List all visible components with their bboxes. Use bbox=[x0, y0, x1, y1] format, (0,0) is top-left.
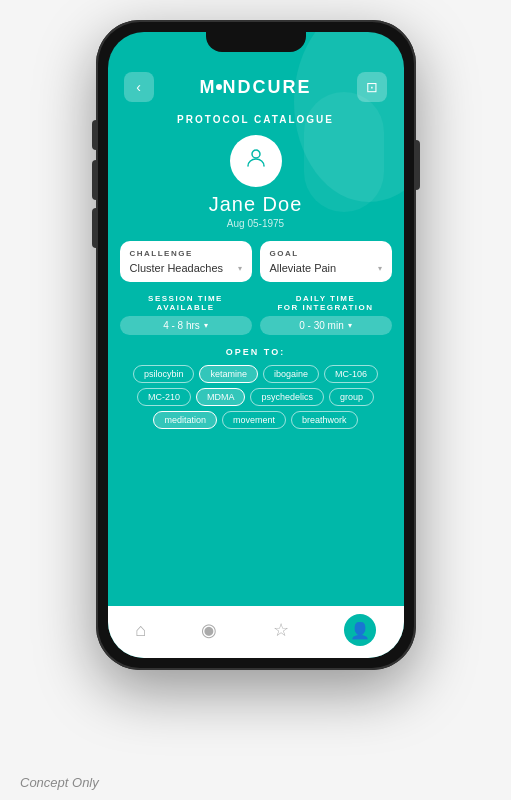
nav-item-profile[interactable]: 👤 bbox=[344, 614, 376, 646]
session-time-label: SESSION TIME AVAILABLE bbox=[148, 294, 223, 312]
section-label: PROTOCOL CATALOGUE bbox=[108, 114, 404, 125]
tag-psychedelics[interactable]: psychedelics bbox=[250, 388, 324, 406]
daily-time-label: DAILY TIME FOR INTEGRATION bbox=[277, 294, 373, 312]
bottom-nav: ⌂◉☆👤 bbox=[108, 606, 404, 658]
goal-card[interactable]: GOAL Alleviate Pain ▾ bbox=[260, 241, 392, 282]
tag-psilocybin[interactable]: psilocybin bbox=[133, 365, 195, 383]
phone-shell: ‹ MNDCURE ⊡ PROTOCOL CATALOGUE bbox=[96, 20, 416, 670]
tag-ketamine[interactable]: ketamine bbox=[199, 365, 258, 383]
challenge-value-row: Cluster Headaches ▾ bbox=[130, 262, 242, 274]
side-button-left-3 bbox=[92, 208, 96, 248]
concept-label: Concept Only bbox=[20, 775, 99, 790]
bookmark-icon: ⊡ bbox=[366, 79, 378, 95]
svg-point-0 bbox=[252, 150, 260, 158]
notch bbox=[206, 32, 306, 52]
back-icon: ‹ bbox=[136, 79, 141, 95]
nav-item-favorites[interactable]: ☆ bbox=[273, 619, 289, 641]
challenge-card[interactable]: CHALLENGE Cluster Headaches ▾ bbox=[120, 241, 252, 282]
side-button-left-2 bbox=[92, 160, 96, 200]
avatar bbox=[230, 135, 282, 187]
time-row: SESSION TIME AVAILABLE 4 - 8 hrs ▾ DAILY… bbox=[108, 294, 404, 335]
tags-container: psilocybinketamineibogaineMC-106MC-210MD… bbox=[108, 365, 404, 429]
daily-time-card: DAILY TIME FOR INTEGRATION 0 - 30 min ▾ bbox=[260, 294, 392, 335]
challenge-label: CHALLENGE bbox=[130, 249, 242, 258]
tag-MDMA[interactable]: MDMA bbox=[196, 388, 246, 406]
nav-icon-discover: ◉ bbox=[201, 619, 217, 641]
session-time-card: SESSION TIME AVAILABLE 4 - 8 hrs ▾ bbox=[120, 294, 252, 335]
tag-group[interactable]: group bbox=[329, 388, 374, 406]
screen: ‹ MNDCURE ⊡ PROTOCOL CATALOGUE bbox=[108, 32, 404, 658]
goal-chevron-icon: ▾ bbox=[378, 264, 382, 273]
profile-dob: Aug 05-1975 bbox=[227, 218, 284, 229]
bookmark-button[interactable]: ⊡ bbox=[357, 72, 387, 102]
nav-item-home[interactable]: ⌂ bbox=[135, 620, 146, 641]
tag-movement[interactable]: movement bbox=[222, 411, 286, 429]
back-button[interactable]: ‹ bbox=[124, 72, 154, 102]
daily-time-chevron-icon: ▾ bbox=[348, 321, 352, 330]
side-button-right bbox=[416, 140, 420, 190]
nav-icon-favorites: ☆ bbox=[273, 619, 289, 641]
tag-breathwork[interactable]: breathwork bbox=[291, 411, 358, 429]
challenge-value: Cluster Headaches bbox=[130, 262, 224, 274]
goal-value-row: Alleviate Pain ▾ bbox=[270, 262, 382, 274]
goal-label: GOAL bbox=[270, 249, 382, 258]
avatar-icon bbox=[244, 146, 268, 176]
tag-ibogaine[interactable]: ibogaine bbox=[263, 365, 319, 383]
side-button-left-1 bbox=[92, 120, 96, 150]
page-wrapper: ‹ MNDCURE ⊡ PROTOCOL CATALOGUE bbox=[0, 0, 511, 800]
profile-area: Jane Doe Aug 05-1975 bbox=[108, 135, 404, 229]
session-time-value: 4 - 8 hrs bbox=[163, 320, 200, 331]
cards-row: CHALLENGE Cluster Headaches ▾ GOAL Allev… bbox=[108, 241, 404, 282]
tag-MC-106[interactable]: MC-106 bbox=[324, 365, 378, 383]
nav-item-discover[interactable]: ◉ bbox=[201, 619, 217, 641]
daily-time-value: 0 - 30 min bbox=[299, 320, 343, 331]
goal-value: Alleviate Pain bbox=[270, 262, 337, 274]
app-title: MNDCURE bbox=[199, 77, 311, 98]
profile-name: Jane Doe bbox=[209, 193, 303, 216]
challenge-chevron-icon: ▾ bbox=[238, 264, 242, 273]
tag-meditation[interactable]: meditation bbox=[153, 411, 217, 429]
open-to-label: OPEN TO: bbox=[108, 347, 404, 357]
tag-MC-210[interactable]: MC-210 bbox=[137, 388, 191, 406]
nav-icon-profile: 👤 bbox=[344, 614, 376, 646]
daily-time-badge[interactable]: 0 - 30 min ▾ bbox=[260, 316, 392, 335]
session-time-badge[interactable]: 4 - 8 hrs ▾ bbox=[120, 316, 252, 335]
session-time-chevron-icon: ▾ bbox=[204, 321, 208, 330]
nav-icon-home: ⌂ bbox=[135, 620, 146, 641]
